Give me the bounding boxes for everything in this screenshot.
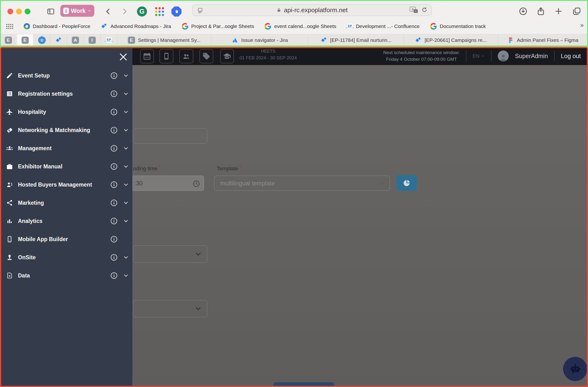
people-toolbar-button[interactable] (179, 49, 193, 63)
adblock-extension-icon[interactable] (171, 6, 182, 17)
info-icon[interactable] (110, 144, 118, 152)
chevron-down-icon[interactable] (123, 200, 129, 206)
save-button-partial[interactable] (273, 382, 334, 387)
chevron-down-icon[interactable] (123, 273, 129, 278)
info-icon[interactable] (110, 235, 118, 243)
language-selector[interactable]: EN (473, 53, 485, 59)
info-icon[interactable] (110, 181, 118, 189)
time-value: :30 (134, 180, 143, 187)
sidebar-item-onsite[interactable]: OnSite (0, 252, 132, 263)
avatar[interactable] (498, 50, 509, 61)
pinned-tab-2-active[interactable]: E (17, 34, 34, 46)
sidebar-item-registration-settings[interactable]: Registration settings (0, 88, 132, 99)
chevron-down-icon[interactable] (123, 145, 129, 151)
pinned-tab-7[interactable]: EPEXPOPLATFORM (101, 34, 117, 46)
chevron-down-icon[interactable] (123, 182, 129, 188)
jira-favicon (55, 37, 62, 43)
back-button[interactable] (104, 7, 113, 16)
bookmark-project-sheets[interactable]: Project & Par...oogle Sheets (182, 23, 254, 30)
bookmarks-grid-icon[interactable] (6, 24, 13, 29)
user-name[interactable]: SuperAdmin (515, 53, 548, 59)
info-icon[interactable] (110, 272, 118, 279)
grammarly-extension-icon[interactable]: G (137, 6, 147, 17)
info-icon[interactable] (110, 108, 118, 116)
pie-chart-button[interactable] (397, 175, 417, 191)
window-minimize-button[interactable] (16, 9, 22, 14)
tab-group-button[interactable]: Work (60, 5, 94, 17)
bookmark-advanced-roadmaps[interactable]: Advanced Roadmaps - Jira (101, 23, 171, 30)
downloads-button[interactable] (518, 6, 528, 16)
tab-overview-button[interactable] (572, 6, 582, 16)
pinned-tab-6[interactable]: I (84, 34, 101, 46)
sidebar-item-data[interactable]: Data (0, 270, 132, 281)
screenshot-root: { "browser": { "tab_group_label": "Work"… (0, 0, 588, 387)
google-logo (182, 23, 189, 30)
tab-figma[interactable]: Admin Panel Fixes – Figma (498, 34, 588, 46)
info-icon[interactable] (110, 253, 118, 261)
select-field-1[interactable] (133, 245, 207, 263)
pinned-tab-3[interactable] (34, 34, 50, 46)
tab-ep-11784[interactable]: [EP-11784] Email nurturin... (308, 34, 404, 46)
mobile-toolbar-button[interactable] (159, 49, 173, 63)
select-field-2[interactable] (133, 300, 207, 317)
sidebar-item-exhibitor-manual[interactable]: Exhibitor Manual (0, 161, 132, 172)
chevron-down-icon[interactable] (123, 109, 129, 115)
tag-toolbar-button[interactable] (199, 49, 213, 63)
bookmark-development-confluence[interactable]: EPEXPOPLATFORM Development ...- Confluen… (347, 23, 420, 29)
sidebar-item-analytics[interactable]: Analytics (0, 215, 132, 227)
tab-ep-20661[interactable]: [EP-20661] Campaigns re... (404, 34, 498, 46)
bookmark-documentation-track[interactable]: Documentation track (430, 23, 486, 30)
reader-view-icon[interactable] (197, 7, 204, 14)
chevron-down-icon[interactable] (123, 218, 129, 224)
lock-icon (276, 7, 282, 13)
pinned-tab-4[interactable] (50, 34, 67, 46)
info-icon[interactable] (110, 217, 118, 225)
close-drawer-button[interactable] (118, 52, 128, 62)
chevron-down-icon[interactable] (123, 91, 129, 97)
share-button[interactable] (536, 6, 546, 16)
bookmark-dashboard-peopleforce[interactable]: Dashboard - PeopleForce (24, 23, 90, 29)
chevron-down-icon[interactable] (123, 164, 129, 169)
sidebar-item-management[interactable]: Management (0, 143, 132, 154)
info-icon[interactable] (110, 199, 118, 207)
translate-icon[interactable]: Ax (410, 7, 418, 13)
sidebar-item-hospitality[interactable]: Hospitality (0, 106, 132, 118)
calendar-toolbar-button[interactable] (140, 49, 154, 63)
bookmark-event-calendar[interactable]: event calend...oogle Sheets (265, 23, 336, 30)
chatbot-button[interactable] (563, 357, 587, 381)
text-input-empty[interactable] (133, 128, 207, 144)
sending-time-input[interactable]: :30 (131, 175, 204, 191)
tab-issue-navigator[interactable]: Issue navigator - Jira (211, 34, 308, 46)
education-toolbar-button[interactable] (220, 49, 234, 63)
sidebar-item-label: Management (18, 145, 52, 152)
window-close-button[interactable] (7, 9, 13, 14)
atlassian-favicon (232, 37, 238, 43)
logout-button[interactable]: Log out (561, 53, 581, 59)
pinned-tab-1[interactable]: E (0, 34, 17, 46)
template-select[interactable]: multilingual template (214, 175, 390, 191)
chevron-down-icon[interactable] (123, 254, 129, 260)
sidebar-item-marketing[interactable]: Marketing (0, 197, 132, 209)
info-icon[interactable] (110, 72, 118, 79)
sidebar-item-hosted-buyers[interactable]: Hosted Buyers Management (0, 179, 132, 190)
bookmarks-overflow-icon[interactable]: » (580, 21, 584, 29)
info-icon[interactable] (110, 126, 118, 134)
chevron-down-icon[interactable] (123, 127, 129, 133)
info-icon[interactable] (110, 163, 118, 170)
address-bar[interactable]: api-rc.expoplatform.net Ax (192, 4, 432, 16)
reload-icon[interactable] (421, 6, 428, 13)
tab-settings-management[interactable]: E Settings | Management Sy... (117, 34, 211, 46)
window-highlight-line (0, 45, 588, 47)
sidebar-toggle-icon[interactable] (46, 7, 56, 16)
window-zoom-button[interactable] (25, 9, 30, 14)
sidebar-item-networking-matchmaking[interactable]: Networking & Matchmaking (0, 124, 132, 136)
chevron-down-icon[interactable] (123, 73, 129, 78)
sidebar-item-mobile-app-builder[interactable]: Mobile App Builder (0, 233, 132, 245)
sidebar-item-event-setup[interactable]: Event Setup (0, 70, 132, 81)
google-logo (430, 23, 437, 30)
info-icon[interactable] (110, 90, 118, 97)
pinned-tab-5[interactable]: A (67, 34, 84, 46)
google-apps-extension-icon[interactable] (155, 7, 164, 16)
forward-button[interactable] (120, 7, 129, 16)
new-tab-button[interactable] (553, 6, 564, 16)
